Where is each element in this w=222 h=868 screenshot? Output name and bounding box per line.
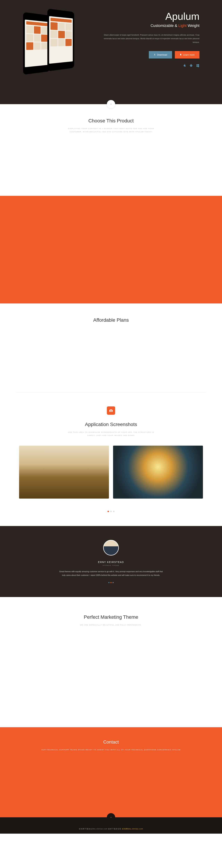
- hero-description: Etiam ullamcorper id turpis eget hendrer…: [100, 33, 199, 44]
- t-dot-2[interactable]: [110, 582, 112, 583]
- choose-title: Choose This Product: [7, 118, 215, 124]
- plans-section: Affordable Plans: [0, 304, 222, 392]
- bookmark-icon: [180, 54, 182, 56]
- contact-title: Contact: [7, 739, 215, 745]
- contact-section: Contact OUR TECHNICAL SUPPORT TEAMS STAN…: [0, 727, 222, 817]
- feature-block: [0, 196, 222, 304]
- product-mockup: [23, 10, 93, 83]
- testimonial-role: HYPNOS THEME: [7, 564, 215, 566]
- learn-more-button[interactable]: Learn more: [175, 51, 199, 59]
- chevron-up-icon: [109, 816, 113, 819]
- scroll-down-button[interactable]: [107, 100, 115, 108]
- apple-icon[interactable]: [183, 64, 186, 67]
- learn-label: Learn more: [183, 54, 195, 56]
- tagline-pre: Customizable &: [151, 24, 178, 28]
- footer-text-pre: 标准网下载地址bbs.xleniao.com 素材下载请登陆: [79, 828, 122, 830]
- marketing-section: Perfect Marketing Theme WE ARE ESPECIALL…: [0, 597, 222, 727]
- screenshots-section: Application Screenshots USE THIS AREA TO…: [0, 393, 222, 526]
- download-label: Download: [157, 54, 167, 56]
- plans-title: Affordable Plans: [7, 317, 215, 323]
- spacer: [0, 147, 222, 196]
- t-dot-1[interactable]: [108, 582, 109, 583]
- camera-icon: [109, 409, 113, 412]
- camera-badge: [107, 406, 115, 415]
- testimonial-quote: Great themes with equally amazing custom…: [57, 570, 165, 577]
- tagline-accent: Light: [178, 24, 187, 28]
- download-icon: [154, 54, 156, 56]
- pager-dot-2[interactable]: [110, 511, 112, 512]
- download-button[interactable]: Download: [149, 51, 172, 59]
- footer-text: 标准网下载地址bbs.xleniao.com 素材下载请登陆 标准网bbs.xl…: [7, 828, 215, 830]
- marketing-title: Perfect Marketing Theme: [7, 614, 215, 620]
- platform-icons: [100, 64, 199, 67]
- chevron-down-icon: [109, 103, 113, 105]
- screenshots-subtitle: USE THIS AREA TO SHOWCASE SCREENSHOTS OF…: [66, 431, 156, 437]
- t-dot-3[interactable]: [113, 582, 114, 583]
- tagline-post: Weight: [187, 24, 199, 28]
- android-icon[interactable]: [189, 64, 193, 67]
- contact-subtitle: OUR TECHNICAL SUPPORT TEAMS STAND READY …: [7, 748, 215, 751]
- footer: 标准网下载地址bbs.xleniao.com 素材下载请登陆 标准网bbs.xl…: [0, 817, 222, 834]
- screenshot-1[interactable]: [19, 446, 109, 499]
- avatar: [103, 540, 119, 556]
- screenshots-title: Application Screenshots: [7, 422, 215, 427]
- windows-icon[interactable]: [196, 64, 199, 67]
- choose-subtitle: DISPLAYING YOUR CONTENT IN A MANNER THAT…: [66, 127, 156, 133]
- tagline: Customizable & Light Weight: [100, 24, 199, 28]
- scroll-up-button[interactable]: [107, 813, 115, 822]
- brand-title: Apulum: [100, 10, 199, 22]
- pager-dot-3[interactable]: [113, 511, 115, 512]
- carousel-pagination: [7, 511, 215, 512]
- screenshot-2[interactable]: [113, 446, 203, 499]
- choose-section: Choose This Product DISPLAYING YOUR CONT…: [0, 104, 222, 147]
- testimonial-section: ERNY KEIRSTEAD HYPNOS THEME Great themes…: [0, 526, 222, 597]
- pager-dot-1[interactable]: [107, 511, 109, 512]
- marketing-subtitle: WE ARE ESPECIALLY BEAUTIFUL AND FULLY RE…: [66, 623, 156, 626]
- testimonial-name: ERNY KEIRSTEAD: [7, 561, 215, 563]
- hero-section: Apulum Customizable & Light Weight Etiam…: [0, 0, 222, 104]
- testimonial-pagination: [7, 582, 215, 583]
- footer-text-accent: 标准网bbs.xleniao.com: [122, 828, 143, 830]
